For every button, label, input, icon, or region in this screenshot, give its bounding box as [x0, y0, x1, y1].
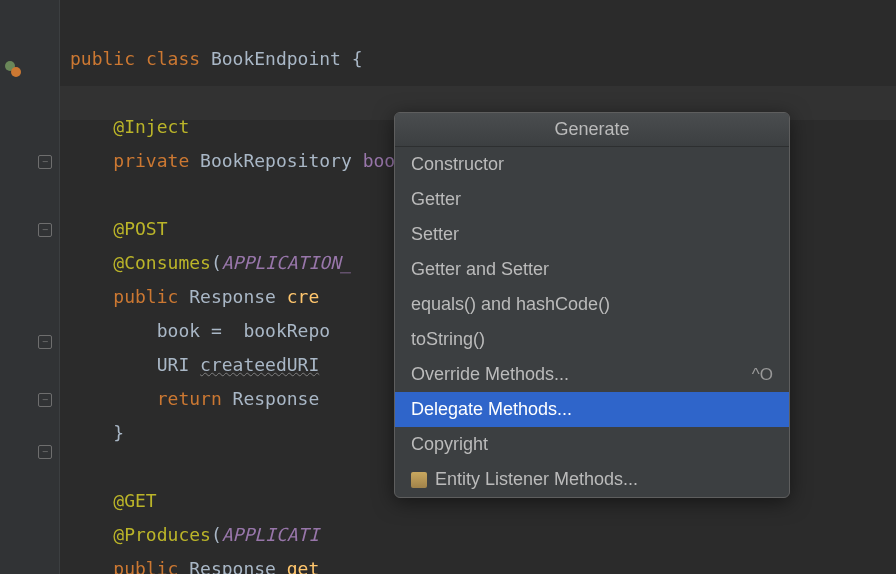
expr: bookRepo	[243, 320, 330, 341]
popup-item-tostring[interactable]: toString()	[395, 322, 789, 357]
method: get	[287, 558, 320, 574]
editor-gutter: − − − − −	[0, 0, 60, 574]
brace: }	[113, 422, 124, 443]
entity-listener-icon	[411, 472, 427, 488]
constant: APPLICATI	[222, 524, 320, 545]
popup-item-entity-listener-methods[interactable]: Entity Listener Methods...	[395, 462, 789, 497]
popup-item-label: Delegate Methods...	[411, 399, 572, 420]
type: BookRepository	[200, 150, 352, 171]
popup-item-copyright[interactable]: Copyright	[395, 427, 789, 462]
svg-point-1	[11, 67, 21, 77]
annotation: @POST	[113, 218, 167, 239]
popup-item-shortcut: ^O	[752, 365, 773, 385]
fold-toggle-icon[interactable]: −	[38, 155, 56, 173]
keyword: class	[146, 48, 200, 69]
popup-title: Generate	[395, 113, 789, 147]
annotation: @Inject	[113, 116, 189, 137]
popup-item-setter[interactable]: Setter	[395, 217, 789, 252]
fold-toggle-icon[interactable]: −	[38, 335, 56, 353]
popup-item-label: Getter and Setter	[411, 259, 549, 280]
popup-item-label: toString()	[411, 329, 485, 350]
bean-icon	[4, 60, 22, 78]
popup-item-label: Entity Listener Methods...	[435, 469, 638, 490]
type: Response	[189, 286, 276, 307]
popup-item-getter[interactable]: Getter	[395, 182, 789, 217]
popup-item-label: Copyright	[411, 434, 488, 455]
keyword: public	[113, 558, 178, 574]
operator: =	[200, 320, 243, 341]
constant: APPLICATION_	[222, 252, 352, 273]
type: Response	[189, 558, 276, 574]
keyword: return	[157, 388, 222, 409]
popup-item-label: Getter	[411, 189, 461, 210]
keyword: public	[70, 48, 135, 69]
variable-warning: createedURI	[200, 354, 319, 375]
popup-item-label: Constructor	[411, 154, 504, 175]
annotation: @Consumes	[113, 252, 211, 273]
fold-toggle-icon[interactable]: −	[38, 223, 56, 241]
expr: Response	[233, 388, 320, 409]
variable: book	[157, 320, 200, 341]
popup-item-label: equals() and hashCode()	[411, 294, 610, 315]
paren: (	[211, 524, 222, 545]
annotation: @GET	[113, 490, 156, 511]
popup-item-override-methods[interactable]: Override Methods...^O	[395, 357, 789, 392]
popup-item-constructor[interactable]: Constructor	[395, 147, 789, 182]
method: cre	[287, 286, 320, 307]
keyword: private	[113, 150, 189, 171]
popup-item-equals-and-hashcode[interactable]: equals() and hashCode()	[395, 287, 789, 322]
fold-toggle-icon[interactable]: −	[38, 393, 56, 411]
fold-toggle-icon[interactable]: −	[38, 445, 56, 463]
keyword: public	[113, 286, 178, 307]
popup-item-delegate-methods[interactable]: Delegate Methods...	[395, 392, 789, 427]
type: URI	[157, 354, 190, 375]
annotation: @Produces	[113, 524, 211, 545]
popup-item-label: Setter	[411, 224, 459, 245]
popup-item-getter-and-setter[interactable]: Getter and Setter	[395, 252, 789, 287]
class-name: BookEndpoint	[211, 48, 341, 69]
brace: {	[341, 48, 363, 69]
paren: (	[211, 252, 222, 273]
generate-popup: Generate ConstructorGetterSetterGetter a…	[394, 112, 790, 498]
popup-item-label: Override Methods...	[411, 364, 569, 385]
